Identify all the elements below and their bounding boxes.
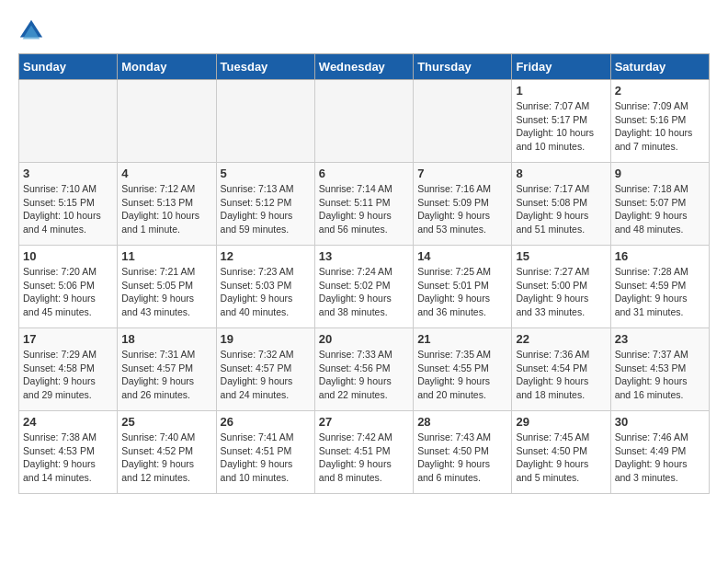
day-info: Sunrise: 7:17 AM Sunset: 5:08 PM Dayligh… — [516, 182, 606, 236]
day-info: Sunrise: 7:24 AM Sunset: 5:02 PM Dayligh… — [319, 265, 409, 319]
day-number: 5 — [221, 167, 311, 180]
page-header — [18, 18, 710, 44]
col-header-wednesday: Wednesday — [314, 54, 413, 80]
col-header-tuesday: Tuesday — [216, 54, 314, 80]
day-info: Sunrise: 7:13 AM Sunset: 5:12 PM Dayligh… — [221, 182, 311, 236]
day-cell: 26Sunrise: 7:41 AM Sunset: 4:51 PM Dayli… — [216, 411, 314, 494]
day-cell: 30Sunrise: 7:46 AM Sunset: 4:49 PM Dayli… — [610, 411, 709, 494]
day-cell: 1Sunrise: 7:07 AM Sunset: 5:17 PM Daylig… — [512, 80, 610, 163]
day-number: 1 — [516, 84, 606, 98]
day-cell: 2Sunrise: 7:09 AM Sunset: 5:16 PM Daylig… — [610, 80, 709, 163]
day-number: 9 — [615, 167, 705, 180]
day-cell: 6Sunrise: 7:14 AM Sunset: 5:11 PM Daylig… — [314, 163, 413, 246]
day-cell: 12Sunrise: 7:23 AM Sunset: 5:03 PM Dayli… — [216, 246, 314, 328]
day-cell: 10Sunrise: 7:20 AM Sunset: 5:06 PM Dayli… — [19, 246, 118, 328]
day-cell: 27Sunrise: 7:42 AM Sunset: 4:51 PM Dayli… — [314, 411, 413, 494]
header-row: SundayMondayTuesdayWednesdayThursdayFrid… — [19, 54, 710, 80]
day-info: Sunrise: 7:12 AM Sunset: 5:13 PM Dayligh… — [121, 182, 211, 236]
logo — [18, 18, 48, 44]
week-row-3: 10Sunrise: 7:20 AM Sunset: 5:06 PM Dayli… — [19, 246, 710, 328]
day-cell — [118, 80, 216, 163]
day-info: Sunrise: 7:41 AM Sunset: 4:51 PM Dayligh… — [221, 431, 311, 485]
day-info: Sunrise: 7:29 AM Sunset: 4:58 PM Dayligh… — [23, 348, 113, 402]
col-header-saturday: Saturday — [610, 54, 709, 80]
day-cell: 17Sunrise: 7:29 AM Sunset: 4:58 PM Dayli… — [19, 328, 118, 411]
day-cell: 13Sunrise: 7:24 AM Sunset: 5:02 PM Dayli… — [314, 246, 413, 328]
day-info: Sunrise: 7:21 AM Sunset: 5:05 PM Dayligh… — [121, 265, 211, 319]
day-cell — [314, 80, 413, 163]
day-number: 26 — [221, 415, 311, 429]
day-info: Sunrise: 7:35 AM Sunset: 4:55 PM Dayligh… — [417, 348, 507, 402]
day-info: Sunrise: 7:45 AM Sunset: 4:50 PM Dayligh… — [516, 431, 606, 485]
day-cell: 18Sunrise: 7:31 AM Sunset: 4:57 PM Dayli… — [118, 328, 216, 411]
day-number: 30 — [615, 415, 705, 429]
day-info: Sunrise: 7:38 AM Sunset: 4:53 PM Dayligh… — [23, 431, 113, 485]
day-cell: 28Sunrise: 7:43 AM Sunset: 4:50 PM Dayli… — [414, 411, 512, 494]
day-cell: 20Sunrise: 7:33 AM Sunset: 4:56 PM Dayli… — [314, 328, 413, 411]
day-cell: 9Sunrise: 7:18 AM Sunset: 5:07 PM Daylig… — [610, 163, 709, 246]
day-cell: 19Sunrise: 7:32 AM Sunset: 4:57 PM Dayli… — [216, 328, 314, 411]
day-cell: 25Sunrise: 7:40 AM Sunset: 4:52 PM Dayli… — [118, 411, 216, 494]
col-header-thursday: Thursday — [414, 54, 512, 80]
day-info: Sunrise: 7:14 AM Sunset: 5:11 PM Dayligh… — [319, 182, 409, 236]
day-number: 12 — [221, 249, 311, 263]
col-header-friday: Friday — [512, 54, 610, 80]
day-number: 3 — [23, 167, 113, 180]
day-info: Sunrise: 7:25 AM Sunset: 5:01 PM Dayligh… — [417, 265, 507, 319]
day-cell — [216, 80, 314, 163]
day-cell: 23Sunrise: 7:37 AM Sunset: 4:53 PM Dayli… — [610, 328, 709, 411]
day-number: 15 — [516, 249, 606, 263]
day-info: Sunrise: 7:07 AM Sunset: 5:17 PM Dayligh… — [516, 99, 606, 154]
day-info: Sunrise: 7:40 AM Sunset: 4:52 PM Dayligh… — [121, 431, 211, 485]
week-row-2: 3Sunrise: 7:10 AM Sunset: 5:15 PM Daylig… — [19, 163, 710, 246]
calendar-table: SundayMondayTuesdayWednesdayThursdayFrid… — [18, 53, 710, 494]
day-info: Sunrise: 7:10 AM Sunset: 5:15 PM Dayligh… — [23, 182, 113, 236]
week-row-1: 1Sunrise: 7:07 AM Sunset: 5:17 PM Daylig… — [19, 80, 710, 163]
day-number: 29 — [516, 415, 606, 429]
day-cell: 29Sunrise: 7:45 AM Sunset: 4:50 PM Dayli… — [512, 411, 610, 494]
day-cell: 21Sunrise: 7:35 AM Sunset: 4:55 PM Dayli… — [414, 328, 512, 411]
day-cell: 24Sunrise: 7:38 AM Sunset: 4:53 PM Dayli… — [19, 411, 118, 494]
day-info: Sunrise: 7:09 AM Sunset: 5:16 PM Dayligh… — [615, 99, 705, 154]
col-header-monday: Monday — [118, 54, 216, 80]
day-number: 6 — [319, 167, 409, 180]
day-info: Sunrise: 7:42 AM Sunset: 4:51 PM Dayligh… — [319, 431, 409, 485]
day-number: 19 — [221, 332, 311, 346]
day-number: 20 — [319, 332, 409, 346]
day-cell — [414, 80, 512, 163]
day-number: 18 — [121, 332, 211, 346]
day-info: Sunrise: 7:28 AM Sunset: 4:59 PM Dayligh… — [615, 265, 705, 319]
day-info: Sunrise: 7:18 AM Sunset: 5:07 PM Dayligh… — [615, 182, 705, 236]
day-cell: 11Sunrise: 7:21 AM Sunset: 5:05 PM Dayli… — [118, 246, 216, 328]
day-number: 23 — [615, 332, 705, 346]
day-cell: 7Sunrise: 7:16 AM Sunset: 5:09 PM Daylig… — [414, 163, 512, 246]
day-number: 16 — [615, 249, 705, 263]
col-header-sunday: Sunday — [19, 54, 118, 80]
day-number: 7 — [417, 167, 507, 180]
day-number: 28 — [417, 415, 507, 429]
day-number: 11 — [121, 249, 211, 263]
day-info: Sunrise: 7:27 AM Sunset: 5:00 PM Dayligh… — [516, 265, 606, 319]
day-number: 21 — [417, 332, 507, 346]
day-cell: 4Sunrise: 7:12 AM Sunset: 5:13 PM Daylig… — [118, 163, 216, 246]
day-cell: 5Sunrise: 7:13 AM Sunset: 5:12 PM Daylig… — [216, 163, 314, 246]
day-info: Sunrise: 7:16 AM Sunset: 5:09 PM Dayligh… — [417, 182, 507, 236]
day-cell: 14Sunrise: 7:25 AM Sunset: 5:01 PM Dayli… — [414, 246, 512, 328]
day-info: Sunrise: 7:37 AM Sunset: 4:53 PM Dayligh… — [615, 348, 705, 402]
day-number: 13 — [319, 249, 409, 263]
day-cell: 16Sunrise: 7:28 AM Sunset: 4:59 PM Dayli… — [610, 246, 709, 328]
day-info: Sunrise: 7:31 AM Sunset: 4:57 PM Dayligh… — [121, 348, 211, 402]
logo-icon — [18, 18, 44, 44]
day-number: 14 — [417, 249, 507, 263]
day-info: Sunrise: 7:33 AM Sunset: 4:56 PM Dayligh… — [319, 348, 409, 402]
day-info: Sunrise: 7:46 AM Sunset: 4:49 PM Dayligh… — [615, 431, 705, 485]
day-info: Sunrise: 7:36 AM Sunset: 4:54 PM Dayligh… — [516, 348, 606, 402]
day-number: 25 — [121, 415, 211, 429]
day-cell: 22Sunrise: 7:36 AM Sunset: 4:54 PM Dayli… — [512, 328, 610, 411]
day-number: 10 — [23, 249, 113, 263]
day-cell: 3Sunrise: 7:10 AM Sunset: 5:15 PM Daylig… — [19, 163, 118, 246]
day-cell: 15Sunrise: 7:27 AM Sunset: 5:00 PM Dayli… — [512, 246, 610, 328]
day-number: 27 — [319, 415, 409, 429]
day-number: 24 — [23, 415, 113, 429]
day-number: 2 — [615, 84, 705, 98]
